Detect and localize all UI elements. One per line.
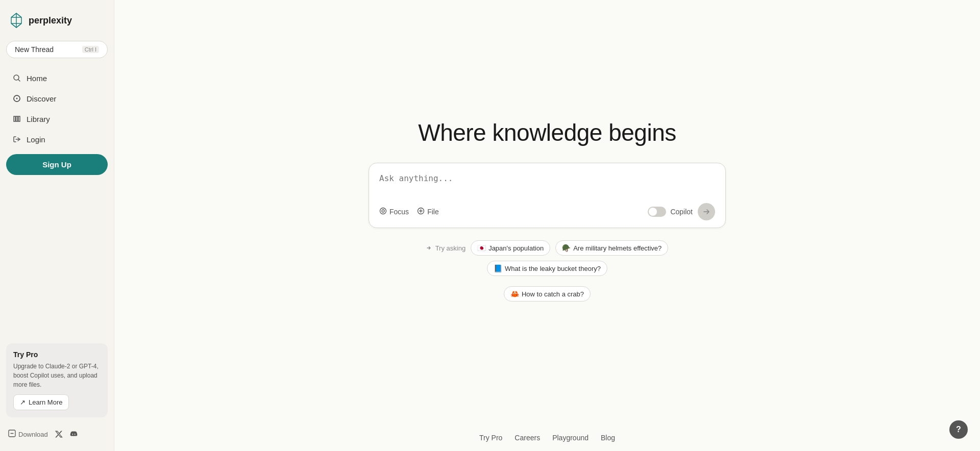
try-asking-icon [426,244,433,252]
japan-flag-icon: 🇯🇵 [477,244,486,252]
home-label: Home [27,74,47,83]
new-thread-shortcut: Ctrl I [82,46,99,53]
try-asking-label: Try asking [426,244,465,252]
login-label: Login [27,135,45,144]
search-toolbar: Focus File Copilot [379,203,715,220]
focus-label: Focus [389,208,409,216]
try-pro-description: Upgrade to Claude-2 or GPT-4, boost Copi… [13,362,101,389]
main-content: Where knowledge begins Focus [114,0,980,451]
suggestion-chip-leaky-bucket[interactable]: 📘 What is the leaky bucket theory? [487,261,607,276]
main-footer: Try Pro Careers Playground Blog [114,424,980,451]
download-label: Download [18,431,48,438]
svg-point-9 [382,210,384,212]
compass-icon [12,94,21,103]
book-emoji: 📘 [494,264,502,272]
svg-point-8 [380,208,386,214]
plus-icon [417,207,425,216]
new-thread-label: New Thread [15,45,54,54]
arrow-up-right-icon: ↗ [20,398,26,406]
search-input[interactable] [379,173,715,193]
sidebar: perplexity New Thread Ctrl I Home Discov… [0,0,114,451]
twitter-icon[interactable] [54,430,63,439]
suggestions-area: Try asking 🇯🇵 Japan's population 🪖 Are m… [363,240,731,302]
suggestion-chip-japan[interactable]: 🇯🇵 Japan's population [471,240,550,256]
learn-more-label: Learn More [29,398,62,406]
suggestion-chip-helmets[interactable]: 🪖 Are military helmets effective? [555,240,668,256]
learn-more-button[interactable]: ↗ Learn More [13,394,69,410]
crab-emoji: 🦀 [510,290,519,298]
footer-playground-link[interactable]: Playground [552,434,589,442]
search-toolbar-left: Focus File [379,207,439,216]
download-icon [8,430,16,439]
search-container: Focus File Copilot [369,163,726,228]
suggestion-crab-text: How to catch a crab? [522,290,584,298]
suggestions-row-1: Try asking 🇯🇵 Japan's population 🪖 Are m… [363,240,731,276]
copilot-toggle: Copilot [648,207,693,217]
suggestion-helmets-text: Are military helmets effective? [573,244,662,252]
focus-icon [379,207,387,216]
search-toolbar-right: Copilot [648,203,715,220]
library-icon [12,114,21,123]
download-link[interactable]: Download [8,430,48,439]
hero-title: Where knowledge begins [418,119,676,146]
suggestion-japan-text: Japan's population [488,244,544,252]
sidebar-bottom: Try Pro Upgrade to Claude-2 or GPT-4, bo… [6,343,108,443]
suggestion-leaky-bucket-text: What is the leaky bucket theory? [505,265,601,272]
footer-blog-link[interactable]: Blog [601,434,615,442]
login-icon [12,135,21,144]
svg-rect-4 [14,116,15,121]
suggestions-row-2: 🦀 How to catch a crab? [504,286,591,302]
svg-rect-5 [16,116,18,121]
try-pro-title: Try Pro [13,350,101,359]
sidebar-item-library[interactable]: Library [6,109,108,129]
sidebar-item-login[interactable]: Login [6,130,108,149]
copilot-label: Copilot [670,208,693,216]
library-label: Library [27,115,50,123]
helmet-emoji: 🪖 [562,244,571,252]
discover-label: Discover [27,94,56,103]
discord-icon[interactable] [69,430,79,439]
sidebar-item-home[interactable]: Home [6,68,108,88]
search-icon [12,73,21,83]
focus-button[interactable]: Focus [379,207,409,216]
copilot-toggle-switch[interactable] [648,207,666,217]
footer-try-pro-link[interactable]: Try Pro [479,434,502,442]
file-button[interactable]: File [417,207,439,216]
submit-button[interactable] [698,203,715,220]
sidebar-links: Download [6,425,108,443]
help-button[interactable]: ? [949,420,968,439]
suggestion-chip-crab[interactable]: 🦀 How to catch a crab? [504,286,591,302]
new-thread-button[interactable]: New Thread Ctrl I [6,41,108,58]
sidebar-item-discover[interactable]: Discover [6,89,108,108]
logo-text: perplexity [29,15,72,26]
logo-area: perplexity [6,8,108,33]
try-pro-section: Try Pro Upgrade to Claude-2 or GPT-4, bo… [6,343,108,417]
file-label: File [427,208,439,216]
svg-rect-6 [18,116,20,121]
footer-careers-link[interactable]: Careers [514,434,540,442]
perplexity-logo-icon [8,12,24,29]
signup-button[interactable]: Sign Up [6,154,108,175]
svg-point-2 [16,98,18,99]
